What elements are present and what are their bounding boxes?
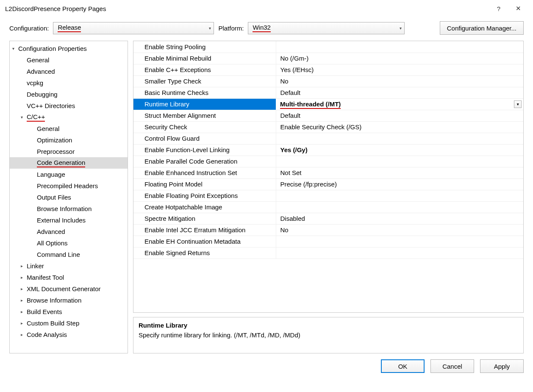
property-row[interactable]: Smaller Type CheckNo bbox=[133, 75, 523, 87]
expander-closed-icon[interactable]: ▸ bbox=[21, 264, 27, 268]
platform-value: Win32 bbox=[253, 24, 271, 32]
expander-open-icon[interactable]: ▾ bbox=[21, 115, 27, 120]
tree-item[interactable]: Advanced bbox=[10, 226, 128, 237]
expander-open-icon[interactable]: ▾ bbox=[12, 46, 18, 51]
property-row[interactable]: Floating Point ModelPrecise (/fp:precise… bbox=[133, 178, 523, 190]
property-value[interactable]: Multi-threaded (/MT)▾ bbox=[276, 98, 523, 110]
expander-closed-icon[interactable]: ▸ bbox=[21, 309, 27, 314]
property-value[interactable] bbox=[276, 247, 523, 259]
property-name: Enable Minimal Rebuild bbox=[133, 53, 276, 64]
property-row[interactable]: Security CheckEnable Security Check (/GS… bbox=[133, 121, 523, 133]
property-row[interactable]: Enable EH Continuation Metadata bbox=[133, 236, 523, 247]
property-row[interactable]: Enable Function-Level LinkingYes (/Gy) bbox=[133, 144, 523, 156]
tree-item[interactable]: VC++ Directories bbox=[10, 100, 128, 111]
configuration-combo[interactable]: Release ▾ bbox=[53, 22, 214, 34]
expander-closed-icon[interactable]: ▸ bbox=[21, 275, 27, 280]
tree-item[interactable]: ▸XML Document Generator bbox=[10, 283, 128, 295]
cancel-button[interactable]: Cancel bbox=[430, 359, 474, 373]
property-value[interactable]: Default bbox=[276, 110, 523, 121]
property-value[interactable]: Disabled bbox=[276, 213, 523, 224]
property-value[interactable]: No (/Gm-) bbox=[276, 53, 523, 64]
property-row[interactable]: Enable Floating Point Exceptions bbox=[133, 190, 523, 201]
property-row[interactable]: Control Flow Guard bbox=[133, 133, 523, 144]
apply-button[interactable]: Apply bbox=[480, 359, 524, 373]
property-row[interactable]: Enable Intel JCC Erratum MitigationNo bbox=[133, 224, 523, 236]
property-value[interactable]: No bbox=[276, 75, 523, 87]
property-row[interactable]: Enable Parallel Code Generation bbox=[133, 156, 523, 167]
property-row[interactable]: Enable Minimal RebuildNo (/Gm-) bbox=[133, 53, 523, 64]
help-icon[interactable]: ? bbox=[489, 5, 508, 12]
tree-item[interactable]: Precompiled Headers bbox=[10, 180, 128, 192]
property-row[interactable]: Struct Member AlignmentDefault bbox=[133, 110, 523, 121]
tree-item-label: Custom Build Step bbox=[27, 320, 79, 327]
tree-item[interactable]: ▸Manifest Tool bbox=[10, 272, 128, 283]
property-value[interactable] bbox=[276, 236, 523, 247]
tree-item-label: Language bbox=[37, 171, 65, 178]
expander-closed-icon[interactable]: ▸ bbox=[21, 332, 27, 337]
property-name: Enable C++ Exceptions bbox=[133, 64, 276, 75]
property-name: Enable Floating Point Exceptions bbox=[133, 190, 276, 201]
tree-item[interactable]: ▸Custom Build Step bbox=[10, 317, 128, 329]
tree-item[interactable]: ▾C/C++ bbox=[10, 111, 128, 123]
tree-item-label: Preprocessor bbox=[37, 148, 75, 155]
tree-item-label: Precompiled Headers bbox=[37, 182, 98, 189]
tree-item[interactable]: Command Line bbox=[10, 249, 128, 260]
chevron-down-icon[interactable]: ▾ bbox=[514, 100, 522, 108]
expander-closed-icon[interactable]: ▸ bbox=[21, 321, 27, 325]
tree-item[interactable]: vcpkg bbox=[10, 77, 128, 89]
property-name: Floating Point Model bbox=[133, 178, 276, 190]
tree-item[interactable]: Browse Information bbox=[10, 203, 128, 214]
tree-item[interactable]: ▸Linker bbox=[10, 260, 128, 272]
tree-item[interactable]: Preprocessor bbox=[10, 146, 128, 157]
property-value[interactable]: Default bbox=[276, 87, 523, 98]
tree-item-label: General bbox=[37, 125, 59, 132]
property-value[interactable] bbox=[276, 41, 523, 53]
property-value[interactable]: Enable Security Check (/GS) bbox=[276, 121, 523, 133]
property-row[interactable]: Runtime LibraryMulti-threaded (/MT)▾ bbox=[133, 98, 523, 110]
configuration-manager-button[interactable]: Configuration Manager... bbox=[440, 21, 524, 35]
tree-item[interactable]: ▾Configuration Properties bbox=[10, 43, 128, 54]
expander-closed-icon[interactable]: ▸ bbox=[21, 286, 27, 291]
property-value[interactable] bbox=[276, 156, 523, 167]
tree-item[interactable]: Debugging bbox=[10, 89, 128, 100]
property-value[interactable]: Not Set bbox=[276, 167, 523, 178]
close-icon[interactable]: ✕ bbox=[508, 5, 528, 12]
property-value[interactable]: Yes (/EHsc) bbox=[276, 64, 523, 75]
tree-item[interactable]: All Options bbox=[10, 237, 128, 249]
property-row[interactable]: Enable Enhanced Instruction SetNot Set bbox=[133, 167, 523, 178]
property-value[interactable]: No bbox=[276, 224, 523, 236]
configuration-value: Release bbox=[58, 24, 81, 32]
property-value[interactable]: Yes (/Gy) bbox=[276, 144, 523, 156]
property-row[interactable]: Create Hotpatchable Image bbox=[133, 201, 523, 213]
tree-item-label: Build Events bbox=[27, 308, 62, 315]
tree-item[interactable]: ▸Code Analysis bbox=[10, 329, 128, 340]
tree-item[interactable]: General bbox=[10, 123, 128, 134]
property-value[interactable] bbox=[276, 133, 523, 144]
expander-closed-icon[interactable]: ▸ bbox=[21, 298, 27, 303]
tree-item[interactable]: ▸Build Events bbox=[10, 306, 128, 317]
tree-item[interactable]: ▸Browse Information bbox=[10, 295, 128, 306]
tree-item[interactable]: Advanced bbox=[10, 66, 128, 77]
property-name: Enable Signed Returns bbox=[133, 247, 276, 259]
property-row[interactable]: Basic Runtime ChecksDefault bbox=[133, 87, 523, 98]
property-value[interactable] bbox=[276, 190, 523, 201]
property-row[interactable]: Enable String Pooling bbox=[133, 41, 523, 53]
tree-item-label: C/C++ bbox=[27, 113, 45, 122]
property-row[interactable]: Enable Signed Returns bbox=[133, 247, 523, 259]
tree-item[interactable]: Code Generation bbox=[10, 157, 128, 169]
platform-combo[interactable]: Win32 ▾ bbox=[248, 22, 405, 34]
property-row[interactable]: Enable C++ ExceptionsYes (/EHsc) bbox=[133, 64, 523, 75]
tree-item[interactable]: Output Files bbox=[10, 192, 128, 203]
property-value[interactable]: Precise (/fp:precise) bbox=[276, 178, 523, 190]
property-value[interactable] bbox=[276, 201, 523, 213]
tree-item[interactable]: External Includes bbox=[10, 214, 128, 226]
configuration-label: Configuration: bbox=[9, 25, 49, 32]
property-name: Struct Member Alignment bbox=[133, 110, 276, 121]
property-name: Runtime Library bbox=[133, 98, 276, 110]
tree-item-label: External Includes bbox=[37, 217, 86, 224]
ok-button[interactable]: OK bbox=[381, 359, 425, 373]
tree-item[interactable]: Optimization bbox=[10, 134, 128, 146]
property-row[interactable]: Spectre MitigationDisabled bbox=[133, 213, 523, 224]
tree-item[interactable]: General bbox=[10, 54, 128, 66]
tree-item[interactable]: Language bbox=[10, 169, 128, 180]
